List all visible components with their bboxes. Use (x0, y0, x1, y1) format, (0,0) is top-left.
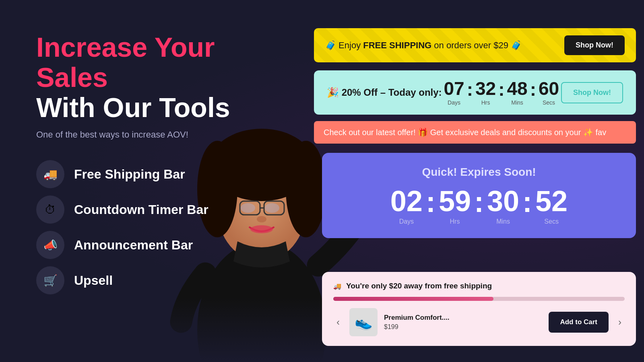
quick-secs: 52 (535, 187, 568, 216)
upsell-truck-icon: 🚚 (333, 282, 341, 290)
shipping-bar-suffix: on orders over $29 🧳 (434, 40, 522, 50)
middle-right-section: Quick! Expires Soon! 02 Days : 59 Hrs : … (322, 153, 636, 238)
quick-days: 02 (390, 187, 423, 216)
upsell-icon: 🛒 (36, 266, 64, 294)
product-name: Premium Comfort.... (384, 314, 542, 322)
countdown-shop-now-button[interactable]: Shop Now! (561, 82, 623, 103)
quick-hrs: 59 (439, 187, 471, 216)
headline-white: With Our Tools (36, 93, 278, 123)
quick-expires-title: Quick! Expires Soon! (338, 166, 620, 179)
countdown-hrs-unit: Hrs (481, 99, 490, 106)
countdown-days-unit: Days (448, 99, 460, 106)
countdown-icon: ⏱ (36, 195, 64, 224)
shipping-bar-text: 🧳 Enjoy FREE SHIPPING on orders over $29… (325, 40, 522, 51)
product-info: Premium Comfort.... $199 (384, 314, 542, 331)
product-image-placeholder: 👟 (355, 314, 373, 331)
shipping-shop-now-button[interactable]: Shop Now! (564, 35, 625, 55)
feature-item-upsell[interactable]: 🛒 Upsell (36, 266, 278, 294)
countdown-sep1: : (467, 80, 473, 106)
headline-red: Increase Your Sales (36, 32, 278, 93)
right-section-top: 🧳 Enjoy FREE SHIPPING on orders over $29… (314, 28, 636, 152)
product-price: $199 (384, 323, 542, 331)
shipping-bar-highlight: FREE SHIPPING (363, 40, 431, 50)
hero-section: Increase Your Sales With Our Tools One o… (36, 32, 278, 294)
quick-mins: 30 (487, 187, 519, 216)
countdown-mins-unit: Mins (511, 99, 523, 106)
quick-mins-unit: Mins (496, 218, 510, 225)
quick-countdown: 02 Days : 59 Hrs : 30 Mins : 52 Secs (338, 187, 620, 225)
feature-list: 🚚 Free Shipping Bar ⏱ Countdown Timer Ba… (36, 160, 278, 294)
countdown-mins-group: 48 Mins (507, 79, 527, 106)
countdown-bar-label: 🎉 20% Off – Today only: (327, 87, 442, 98)
free-shipping-icon: 🚚 (36, 160, 64, 188)
countdown-mins: 48 (507, 79, 527, 98)
upsell-header: 🚚 You're only $20 away from free shippin… (333, 282, 625, 290)
feature-item-free-shipping[interactable]: 🚚 Free Shipping Bar (36, 160, 278, 188)
announcement-label: Announcement Bar (74, 238, 193, 253)
countdown-sep3: : (530, 80, 536, 106)
upsell-product-row: ‹ 👟 Premium Comfort.... $199 Add to Cart… (333, 308, 625, 336)
feature-item-countdown[interactable]: ⏱ Countdown Timer Bar (36, 195, 278, 224)
quick-days-group: 02 Days (390, 187, 423, 225)
quick-sep1: : (426, 187, 436, 225)
shipping-progress-bar-fill (333, 297, 493, 301)
countdown-secs-unit: Secs (543, 99, 555, 106)
announcement-text: Check out our latest offer! 🎁 Get exclus… (324, 128, 606, 137)
prev-product-button[interactable]: ‹ (333, 317, 343, 328)
countdown-days-group: 07 Days (444, 79, 464, 106)
quick-mins-group: 30 Mins (487, 187, 519, 225)
countdown-sep2: : (498, 80, 504, 106)
quick-secs-group: 52 Secs (535, 187, 568, 225)
upsell-header-text: You're only $20 away from free shipping (346, 282, 492, 290)
quick-sep2: : (474, 187, 484, 225)
countdown-hrs: 32 (475, 79, 496, 98)
upsell-box: 🚚 You're only $20 away from free shippin… (322, 272, 636, 346)
countdown-label: Countdown Timer Bar (74, 202, 208, 217)
add-to-cart-button[interactable]: Add to Cart (549, 312, 609, 333)
hero-subtext: One of the best ways to increase AOV! (36, 130, 278, 140)
announcement-bar: Check out our latest offer! 🎁 Get exclus… (314, 121, 636, 144)
upsell-label: Upsell (74, 273, 113, 288)
quick-hrs-group: 59 Hrs (439, 187, 471, 225)
countdown-timer-bar: 🎉 20% Off – Today only: 07 Days : 32 Hrs… (314, 70, 636, 115)
quick-hrs-unit: Hrs (450, 218, 460, 225)
countdown-hrs-group: 32 Hrs (475, 79, 496, 106)
quick-days-unit: Days (399, 218, 414, 225)
countdown-secs-group: 60 Secs (539, 79, 559, 106)
svg-point-5 (286, 141, 326, 237)
countdown-digits: 07 Days : 32 Hrs : 48 Mins : 60 Secs (444, 79, 559, 106)
product-thumbnail: 👟 (349, 308, 378, 336)
next-product-button[interactable]: › (615, 317, 625, 328)
countdown-secs: 60 (539, 79, 559, 98)
free-shipping-label: Free Shipping Bar (74, 167, 185, 182)
bottom-right-section: 🚚 You're only $20 away from free shippin… (322, 272, 636, 346)
quick-sep3: : (522, 187, 532, 225)
countdown-days: 07 (444, 79, 464, 98)
feature-item-announcement[interactable]: 📣 Announcement Bar (36, 231, 278, 259)
shipping-progress-bar-container (333, 297, 625, 301)
shipping-bar: 🧳 Enjoy FREE SHIPPING on orders over $29… (314, 28, 636, 62)
announcement-icon: 📣 (36, 231, 64, 259)
quick-secs-unit: Secs (544, 218, 559, 225)
quick-expires-box: Quick! Expires Soon! 02 Days : 59 Hrs : … (322, 153, 636, 238)
